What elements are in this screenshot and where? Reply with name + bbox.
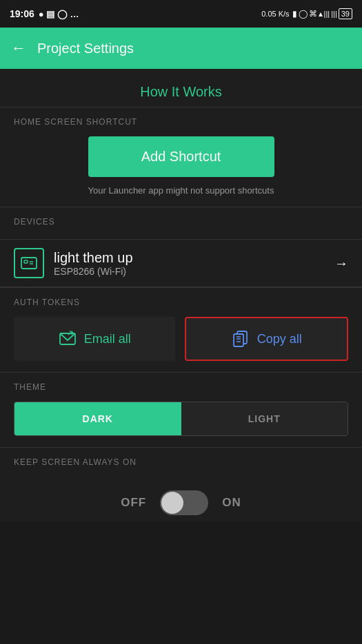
how-it-works-section: How It Works — [0, 69, 362, 107]
theme-section: THEME DARK LIGHT — [0, 373, 362, 447]
add-shortcut-button[interactable]: Add Shortcut — [88, 136, 274, 177]
email-icon — [58, 329, 77, 349]
svg-rect-7 — [234, 334, 243, 346]
email-all-label: Email all — [84, 332, 131, 346]
signal-icons: ▮ ◯ ⌘ ▴ ||| ||| 39 — [292, 8, 352, 19]
copy-all-label: Copy all — [257, 332, 302, 346]
devices-section-label-area: DEVICES — [0, 207, 362, 239]
theme-dark-button[interactable]: DARK — [14, 402, 181, 435]
content-area: How It Works HOME SCREEN SHORTCUT Add Sh… — [0, 69, 362, 522]
status-right-icons: 0.05 K/s ▮ ◯ ⌘ ▴ ||| ||| 39 — [261, 8, 352, 19]
theme-section-label: THEME — [14, 382, 348, 392]
copy-all-button[interactable]: Copy all — [185, 317, 349, 361]
email-all-button[interactable]: Email all — [14, 317, 175, 361]
device-icon — [14, 248, 44, 278]
shortcut-note: Your Launcher app might not support shor… — [14, 185, 348, 207]
svg-rect-1 — [24, 260, 28, 263]
device-type: ESP8266 (Wi-Fi) — [54, 266, 334, 277]
auth-buttons-row: Email all Copy all — [14, 317, 348, 361]
keep-screen-section: KEEP SCREEN ALWAYS ON OFF ON — [0, 448, 362, 522]
keep-screen-toggle[interactable] — [160, 490, 208, 515]
device-arrow-icon: → — [334, 256, 348, 271]
auth-tokens-section: AUTH TOKENS Email all — [0, 288, 362, 372]
time-text: 19:06 — [10, 8, 34, 19]
top-app-bar: ← Project Settings — [0, 28, 362, 69]
status-icons: ● ▤ ◯ … — [39, 9, 79, 19]
svg-rect-0 — [21, 258, 37, 269]
device-info: light them up ESP8266 (Wi-Fi) — [54, 250, 334, 277]
copy-icon — [231, 329, 250, 349]
theme-light-button[interactable]: LIGHT — [181, 402, 348, 435]
keep-screen-label: KEEP SCREEN ALWAYS ON — [14, 457, 348, 467]
status-time: 19:06 ● ▤ ◯ … — [10, 8, 79, 19]
back-button[interactable]: ← — [11, 39, 26, 57]
toggle-off-label: OFF — [121, 496, 146, 510]
shortcut-section-label: HOME SCREEN SHORTCUT — [14, 117, 348, 127]
shortcut-section: HOME SCREEN SHORTCUT Add Shortcut Your L… — [0, 107, 362, 207]
how-it-works-title: How It Works — [140, 84, 222, 99]
devices-section-label: DEVICES — [14, 217, 348, 227]
keep-screen-row: OFF ON — [14, 477, 348, 522]
auth-tokens-label: AUTH TOKENS — [14, 298, 348, 307]
status-bar: 19:06 ● ▤ ◯ … 0.05 K/s ▮ ◯ ⌘ ▴ ||| ||| 3… — [0, 0, 362, 28]
device-row[interactable]: light them up ESP8266 (Wi-Fi) → — [0, 239, 362, 287]
toggle-knob — [161, 492, 183, 514]
theme-toggle: DARK LIGHT — [14, 402, 348, 436]
toggle-on-label: ON — [222, 496, 241, 510]
network-speed: 0.05 K/s — [261, 10, 289, 18]
device-name: light them up — [54, 250, 334, 266]
page-title: Project Settings — [37, 41, 134, 56]
